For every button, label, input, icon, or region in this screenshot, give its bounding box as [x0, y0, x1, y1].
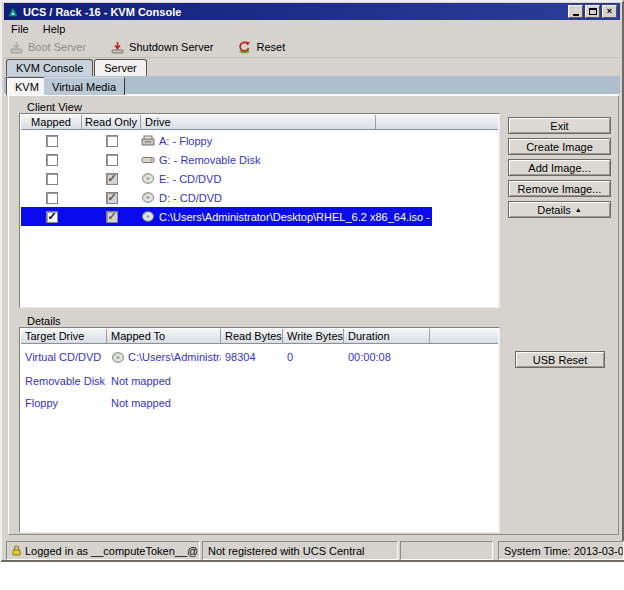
read-only-checkbox[interactable]	[106, 211, 118, 223]
toolbar: Boot Server Shutdown Server Reset	[4, 37, 620, 58]
window-title: UCS / Rack -16 - KVM Console	[23, 6, 566, 18]
title-bar[interactable]: UCS / Rack -16 - KVM Console ×	[4, 3, 620, 20]
details-toggle-button[interactable]: Details▲	[508, 201, 611, 218]
drive-row-removable[interactable]: G: - Removable Disk	[21, 150, 432, 169]
client-view-table: Mapped Read Only Drive A: - Floppy G: - …	[19, 113, 500, 308]
shutdown-server-icon	[110, 41, 125, 54]
remove-image-button[interactable]: Remove Image...	[508, 180, 611, 197]
column-header-duration[interactable]: Duration	[344, 329, 430, 344]
mapped-to-cell: Not mapped	[111, 375, 171, 387]
client-view-label: Client View	[27, 101, 82, 113]
create-image-button[interactable]: Create Image	[508, 138, 611, 155]
cd-icon	[141, 173, 155, 184]
shutdown-server-label: Shutdown Server	[129, 41, 213, 53]
mapped-checkbox[interactable]	[46, 211, 58, 223]
details-row-removable[interactable]: Removable Disk Not mapped	[21, 372, 498, 390]
logged-in-text: Logged in as __computeToken__@10.29.160.…	[25, 545, 200, 557]
usb-reset-label: USB Reset	[533, 354, 587, 366]
remove-image-label: Remove Image...	[518, 183, 602, 195]
column-header-write-bytes[interactable]: Write Bytes	[283, 329, 344, 344]
maximize-button[interactable]	[585, 5, 600, 18]
column-header-drive[interactable]: Drive	[141, 115, 376, 130]
shutdown-server-button[interactable]: Shutdown Server	[105, 39, 218, 56]
target-drive-cell: Floppy	[21, 397, 107, 409]
secondary-tab-bar: KVM Virtual Media	[4, 76, 620, 95]
exit-label: Exit	[550, 120, 568, 132]
mapped-checkbox[interactable]	[46, 192, 58, 204]
removable-disk-icon	[141, 154, 155, 165]
boot-server-icon	[9, 41, 24, 54]
app-icon	[7, 6, 19, 18]
column-header-read-bytes[interactable]: Read Bytes	[221, 329, 283, 344]
drive-label: E: - CD/DVD	[159, 173, 221, 185]
kvm-console-window: UCS / Rack -16 - KVM Console × File Help…	[0, 0, 624, 562]
boot-server-label: Boot Server	[28, 41, 86, 53]
close-button[interactable]: ×	[602, 5, 617, 18]
usb-reset-button[interactable]: USB Reset	[515, 351, 605, 368]
mapped-checkbox[interactable]	[46, 154, 58, 166]
status-logged-in: Logged in as __computeToken__@10.29.160.…	[6, 541, 200, 560]
tab-kvm-console[interactable]: KVM Console	[6, 59, 93, 76]
status-system-time: System Time: 2013-03-08T22:04	[498, 541, 624, 560]
lock-icon	[12, 545, 21, 556]
column-header-mapped-to[interactable]: Mapped To	[107, 329, 221, 344]
cd-icon	[111, 352, 125, 363]
menu-file[interactable]: File	[4, 22, 36, 36]
status-bar: Logged in as __computeToken__@10.29.160.…	[2, 541, 622, 560]
exit-button[interactable]: Exit	[508, 117, 611, 134]
target-drive-cell: Removable Disk	[21, 375, 107, 387]
details-row-floppy[interactable]: Floppy Not mapped	[21, 394, 498, 412]
drive-label: G: - Removable Disk	[159, 154, 260, 166]
primary-tab-bar: KVM Console Server	[6, 59, 148, 76]
mapped-to-cell: C:\Users\Administrator\...	[128, 351, 221, 363]
drive-label: A: - Floppy	[159, 135, 212, 147]
drive-row-floppy[interactable]: A: - Floppy	[21, 131, 432, 150]
mapped-to-cell: Not mapped	[111, 397, 171, 409]
details-header: Target Drive Mapped To Read Bytes Write …	[21, 329, 498, 344]
details-label: Details	[537, 204, 571, 216]
add-image-button[interactable]: Add Image...	[508, 159, 611, 176]
client-view-header: Mapped Read Only Drive	[21, 115, 498, 130]
virtual-media-pane: Client View Mapped Read Only Drive A: - …	[8, 95, 619, 535]
tab-kvm[interactable]: KVM	[6, 77, 48, 95]
mapped-checkbox[interactable]	[46, 135, 58, 147]
add-image-label: Add Image...	[528, 162, 590, 174]
minimize-icon	[573, 14, 579, 16]
target-drive-cell: Virtual CD/DVD	[21, 351, 107, 363]
column-header-filler	[376, 115, 498, 130]
drive-row-cd-e[interactable]: E: - CD/DVD	[21, 169, 432, 188]
column-header-filler	[430, 329, 498, 344]
drive-label: D: - CD/DVD	[159, 192, 222, 204]
status-spacer	[400, 541, 493, 560]
read-bytes-cell: 98304	[221, 351, 283, 363]
read-only-checkbox[interactable]	[106, 135, 118, 147]
menu-help[interactable]: Help	[36, 22, 73, 36]
details-table: Target Drive Mapped To Read Bytes Write …	[19, 327, 500, 533]
column-header-mapped[interactable]: Mapped	[21, 115, 82, 130]
read-only-checkbox[interactable]	[106, 173, 118, 185]
reset-button[interactable]: Reset	[232, 39, 290, 56]
cd-icon	[141, 211, 155, 222]
details-row-virtual-cd[interactable]: Virtual CD/DVD C:\Users\Administrator\..…	[21, 348, 498, 366]
duration-cell: 00:00:08	[344, 351, 430, 363]
status-ucs-central: Not registered with UCS Central	[202, 541, 398, 560]
maximize-icon	[589, 8, 597, 15]
drive-label: C:\Users\Administrator\Desktop\RHEL_6.2 …	[159, 211, 432, 223]
reset-label: Reset	[256, 41, 285, 53]
drive-row-cd-d[interactable]: D: - CD/DVD	[21, 188, 432, 207]
mapped-checkbox[interactable]	[46, 173, 58, 185]
read-only-checkbox[interactable]	[106, 154, 118, 166]
collapse-arrow-icon: ▲	[575, 206, 582, 213]
menu-bar: File Help	[4, 21, 620, 37]
boot-server-button[interactable]: Boot Server	[4, 39, 91, 56]
create-image-label: Create Image	[526, 141, 593, 153]
system-time-text: System Time: 2013-03-08T22:04	[504, 545, 624, 557]
column-header-target-drive[interactable]: Target Drive	[21, 329, 107, 344]
drive-row-iso-selected[interactable]: C:\Users\Administrator\Desktop\RHEL_6.2 …	[21, 207, 432, 226]
minimize-button[interactable]	[568, 5, 583, 18]
tab-server[interactable]: Server	[94, 59, 146, 76]
tab-virtual-media[interactable]: Virtual Media	[44, 77, 125, 95]
column-header-read-only[interactable]: Read Only	[82, 115, 141, 130]
read-only-checkbox[interactable]	[106, 192, 118, 204]
details-label: Details	[27, 315, 61, 327]
